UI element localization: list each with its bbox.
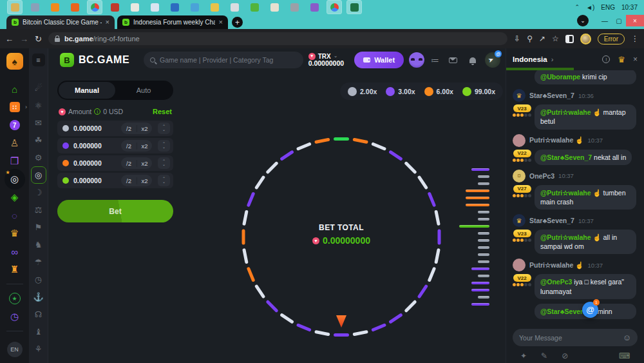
install-icon[interactable]: ⇩ [514,34,520,43]
mini-game-flower-icon[interactable]: ⚘ [31,340,46,358]
file-explorer-icon[interactable] [8,1,22,14]
amount-stepper[interactable]: ⌃⌄ [158,140,170,152]
window-minimize-button[interactable]: — [598,15,612,26]
forward-button[interactable]: → [20,35,28,43]
sidebar-item-roulette[interactable]: ◌ [0,206,29,224]
mini-game-comet-icon[interactable]: ☄ [31,79,46,97]
wallet-button[interactable]: Wallet [354,52,404,68]
side-panel-icon[interactable] [565,35,574,43]
legend-chip-3.00x[interactable]: 3.00x [386,87,415,96]
browser-tab-2[interactable]: b Indonesia Forum weekly Challen × [117,15,228,29]
yellow-folder-icon[interactable] [207,1,222,14]
double-bet-button[interactable]: x2 [137,177,152,184]
balance-selector[interactable]: ▼ TRX ⌄ 0.00000000 [308,53,344,68]
half-bet-button[interactable]: /2 [121,125,137,132]
mini-game-mail-icon[interactable]: ✉ [31,114,46,132]
mini-game-anchor-icon[interactable]: ⚓ [31,288,46,306]
photos-app-icon[interactable] [28,1,42,14]
mention-link[interactable]: @Putri☆walahe ☝ [540,189,601,197]
sidebar-item-sports[interactable]: ♙ [0,134,29,152]
double-bet-button[interactable]: x2 [137,160,152,167]
notifications-bell-icon[interactable] [469,57,476,63]
username[interactable]: OnePc3 [529,172,554,180]
bet-amount-value[interactable]: 0.000000 [73,159,117,167]
tab-auto[interactable]: Auto [115,82,172,99]
bcgame-spade-logo[interactable]: ♠ [6,53,23,70]
window-maximize-button[interactable]: ▢ [612,15,626,26]
window-close-button[interactable]: × [626,15,644,26]
sync-error-badge[interactable]: Error [598,34,625,44]
sidebar-item-language[interactable]: EN [7,342,23,357]
emoji-icon[interactable]: ☺ [623,333,631,342]
coin-drop-icon[interactable]: ✦ [520,351,527,360]
pidgin-app-icon[interactable] [227,1,242,14]
volume-icon[interactable]: ◄) [586,4,594,11]
chat-room-avatar[interactable]: ➤ @ [485,52,500,68]
mini-game-moon-icon[interactable]: ☽ [31,184,46,201]
bet-button[interactable]: Bet [57,200,173,222]
url-bar[interactable]: bc.game/ring-of-fortune [48,32,507,45]
chrome-window-icon[interactable] [327,1,341,14]
user-avatar[interactable]: ♛ [513,89,526,102]
sidebar-item-rewards-star[interactable]: ★ [0,289,29,308]
mini-game-atom-icon[interactable]: ⚛ [31,97,46,114]
window-chevron-icon[interactable]: ⌄ [577,15,589,26]
green-character-app-icon[interactable] [247,1,261,14]
mention-link[interactable]: @Putri☆walahe ☝ [540,233,601,241]
mini-game-flag-icon[interactable]: ⚑ [31,219,46,236]
mention-link[interactable]: @Uborampe [540,73,580,81]
chrome-icon[interactable] [88,1,102,14]
amount-stepper[interactable]: ⌃⌄ [158,123,170,134]
flower-app-icon[interactable] [267,1,281,14]
tab-manual[interactable]: Manual [59,82,115,99]
user-avatar[interactable] [513,134,526,147]
game-search[interactable] [144,52,303,68]
user-avatar[interactable]: ♛ [513,214,526,227]
refresh-button[interactable]: ↻ [35,35,42,43]
amount-stepper[interactable]: ⌃⌄ [158,175,170,186]
mini-game-clover-icon[interactable]: ☘ [31,132,46,149]
zoom-icon[interactable]: ⚲ [527,34,533,43]
sidebar-item-lottery-tickets[interactable]: ❐ [0,152,29,170]
moderation-icon[interactable]: ⊘ [562,351,568,360]
mini-game-ring-of-fortune-icon[interactable]: ◎ [31,166,46,184]
double-bet-button[interactable]: x2 [137,142,152,150]
mention-link[interactable]: @Star♣Seven_7 [540,153,592,161]
legend-chip-99.00x[interactable]: 99.00x [462,87,495,96]
chat-close-icon[interactable]: × [633,55,638,64]
username[interactable]: Star♣Seven_7 [529,217,574,224]
red-book-app-icon[interactable] [108,1,122,14]
search-input[interactable] [160,56,297,64]
browser-profile-avatar[interactable] [580,34,591,44]
chat-rules-icon[interactable]: ! [602,55,610,63]
mention-link[interactable]: @OnePc3 [540,278,572,286]
sidebar-item-lottery-99[interactable]: ∞ [0,242,29,260]
taskbar-language[interactable]: ENG [601,4,615,11]
browser-tab-1[interactable]: b Bitcoin Classic Dice Game - Play | × [6,15,115,29]
legend-chip-6.00x[interactable]: 6.00x [424,87,453,96]
half-bet-button[interactable]: /2 [121,142,137,150]
kmplayer-icon[interactable] [307,1,321,14]
half-bet-button[interactable]: /2 [121,160,137,167]
sidebar-item-bonus-ticket[interactable]: ◈ [0,188,29,206]
account-list-icon[interactable]: ≔ [431,55,439,65]
mini-game-node-icon[interactable]: ☊ [31,306,46,323]
mini-game-scales-icon[interactable]: ⚖ [31,201,46,219]
mini-game-clock-icon[interactable]: ◷ [31,271,46,288]
username[interactable]: Star♣Seven_7 [529,92,574,99]
bet-amount-value[interactable]: 0.000000 [73,124,117,132]
double-bet-button[interactable]: x2 [137,125,152,132]
sidebar-item-home[interactable]: ⌂ [0,80,29,98]
bet-amount-value[interactable]: 0.000000 [73,177,117,184]
mention-link[interactable]: @Putri☆walahe ☝ [540,108,601,116]
new-tab-button[interactable]: + [232,17,243,28]
taskbar-overflow-chevron-icon[interactable]: ⌃ [575,4,580,10]
sidebar-item-slots[interactable]: 7 [0,116,29,134]
sidebar-item-recent-clock[interactable]: ◷ [0,308,29,326]
browser-menu-icon[interactable]: ⋮ [631,34,639,43]
firefox-icon[interactable] [68,1,82,14]
user-avatar[interactable]: ¤ [513,170,526,182]
sidebar-item-vip-crown[interactable]: ♛ [0,224,29,242]
tab-close-icon[interactable]: × [106,19,109,26]
user-avatar[interactable] [513,259,526,271]
